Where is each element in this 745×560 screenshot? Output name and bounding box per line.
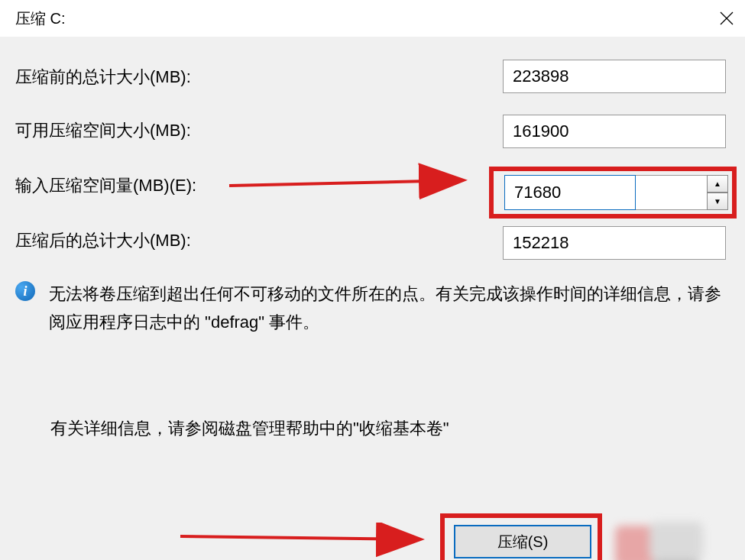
field-total-after: 152218 bbox=[503, 226, 726, 260]
help-text: 有关详细信息，请参阅磁盘管理帮助中的"收缩基本卷" bbox=[50, 417, 449, 440]
label-enter-amount: 输入压缩空间量(MB)(E): bbox=[15, 174, 196, 197]
close-button[interactable] bbox=[708, 0, 745, 37]
spinner-down-button[interactable]: ▼ bbox=[707, 193, 728, 210]
titlebar: 压缩 C: bbox=[0, 0, 745, 37]
label-available: 可用压缩空间大小(MB): bbox=[15, 119, 191, 142]
dialog-content: 压缩前的总计大小(MB): 223898 可用压缩空间大小(MB): 16190… bbox=[0, 37, 745, 560]
chevron-down-icon: ▼ bbox=[714, 197, 721, 206]
close-icon bbox=[719, 11, 734, 26]
annotation-arrow-2 bbox=[176, 523, 436, 560]
chevron-up-icon: ▲ bbox=[714, 180, 721, 188]
shrink-amount-input[interactable] bbox=[504, 175, 636, 210]
field-available: 161900 bbox=[503, 115, 726, 148]
info-icon: i bbox=[15, 281, 35, 301]
value-total-after: 152218 bbox=[513, 233, 568, 253]
value-available: 161900 bbox=[513, 121, 568, 141]
field-total-before: 223898 bbox=[503, 60, 726, 93]
spinner: ▲ ▼ bbox=[707, 175, 728, 210]
highlight-box-button: 压缩(S) bbox=[440, 513, 602, 560]
highlight-box-input: ▲ ▼ bbox=[489, 167, 737, 218]
label-total-after: 压缩后的总计大小(MB): bbox=[15, 229, 191, 252]
label-total-before: 压缩前的总计大小(MB): bbox=[15, 66, 191, 89]
info-text: 无法将卷压缩到超出任何不可移动的文件所在的点。有关完成该操作时间的详细信息，请参… bbox=[49, 280, 730, 337]
spinner-up-button[interactable]: ▲ bbox=[707, 175, 728, 193]
svg-line-1 bbox=[180, 536, 419, 539]
value-total-before: 223898 bbox=[513, 66, 568, 86]
shrink-button[interactable]: 压缩(S) bbox=[454, 525, 591, 558]
window-title: 压缩 C: bbox=[15, 8, 66, 29]
info-row: i 无法将卷压缩到超出任何不可移动的文件所在的点。有关完成该操作时间的详细信息，… bbox=[15, 280, 730, 337]
obscured-region bbox=[607, 518, 722, 560]
